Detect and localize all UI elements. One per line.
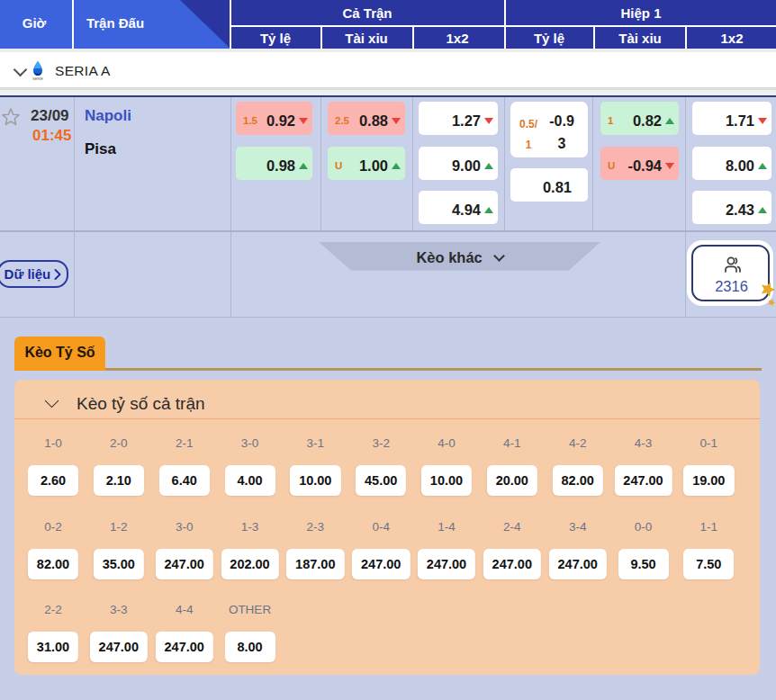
svg-text:SERIE: SERIE [32,76,43,81]
